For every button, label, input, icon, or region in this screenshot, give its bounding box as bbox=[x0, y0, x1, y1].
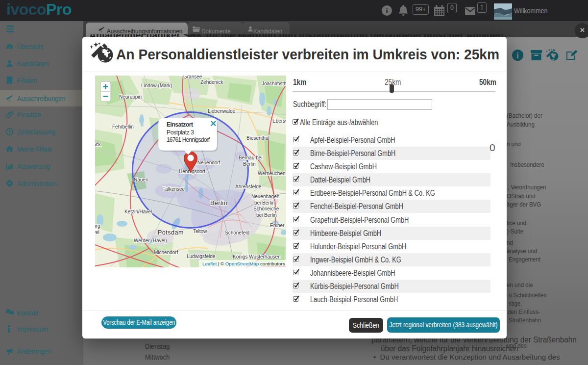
svg-text:Zehdenick: Zehdenick bbox=[200, 79, 223, 85]
svg-text:Schöneiche: Schöneiche bbox=[253, 206, 279, 211]
svg-text:Berlin: Berlin bbox=[243, 161, 256, 167]
svg-text:Ludwigsfelde: Ludwigsfelde bbox=[187, 254, 216, 259]
svg-text:Königs Wusterhausen: Königs Wusterhausen bbox=[233, 254, 281, 260]
svg-text:Potsdam: Potsdam bbox=[158, 229, 184, 236]
svg-text:Ebersw: Ebersw bbox=[272, 118, 286, 124]
svg-text:bei Berlin: bei Berlin bbox=[254, 200, 275, 206]
svg-text:Teltow: Teltow bbox=[193, 229, 207, 234]
svg-text:Biesenthal: Biesenthal bbox=[246, 135, 270, 141]
svg-text:Fehrbellin: Fehrbellin bbox=[112, 124, 134, 130]
svg-text:Erkner: Erkner bbox=[270, 223, 285, 228]
svg-text:Neuruppin: Neuruppin bbox=[119, 94, 142, 100]
svg-text:Joachimstha: Joachimstha bbox=[262, 81, 286, 86]
svg-text:ack: ack bbox=[95, 142, 101, 147]
svg-text:16761 Hennigsdorf: 16761 Hennigsdorf bbox=[167, 136, 210, 143]
svg-text:Ahrensfelde: Ahrensfelde bbox=[235, 184, 262, 189]
svg-text:Lindow (Mark): Lindow (Mark) bbox=[141, 83, 172, 88]
svg-text:Werder (Havel): Werder (Havel) bbox=[134, 238, 167, 243]
svg-text:Werneuchen: Werneuchen bbox=[258, 171, 286, 176]
svg-text:Leaflet | © OpenStreetMap cont: Leaflet | © OpenStreetMap contributors bbox=[202, 261, 285, 266]
svg-text:Falkensee: Falkensee bbox=[162, 186, 185, 192]
svg-text:Michendorf: Michendorf bbox=[154, 250, 178, 255]
svg-text:Nauen: Nauen bbox=[134, 177, 148, 182]
svg-text:.Neuendorf: .Neuendorf bbox=[196, 160, 220, 165]
svg-text:Bernau bei: Bernau bei bbox=[239, 155, 262, 160]
svg-text:Ketzin/Havel: Ketzin/Havel bbox=[124, 209, 152, 214]
svg-text:Neuenhagen: Neuenhagen bbox=[251, 194, 279, 199]
svg-text:Gransee: Gransee bbox=[183, 76, 202, 79]
svg-text:urg: urg bbox=[95, 223, 100, 229]
svg-text:vel: vel bbox=[95, 230, 99, 235]
svg-text:Berlin: Berlin bbox=[210, 200, 227, 207]
svg-text:bei Berlin: bei Berlin bbox=[256, 212, 277, 218]
svg-text:i: i bbox=[386, 7, 388, 15]
svg-text:Liebenwalde: Liebenwalde bbox=[208, 108, 236, 114]
svg-text:Einsatzort: Einsatzort bbox=[167, 121, 193, 128]
svg-text:Schönefeld: Schönefeld bbox=[225, 230, 249, 235]
svg-text:Postplatz 3: Postplatz 3 bbox=[167, 129, 194, 136]
